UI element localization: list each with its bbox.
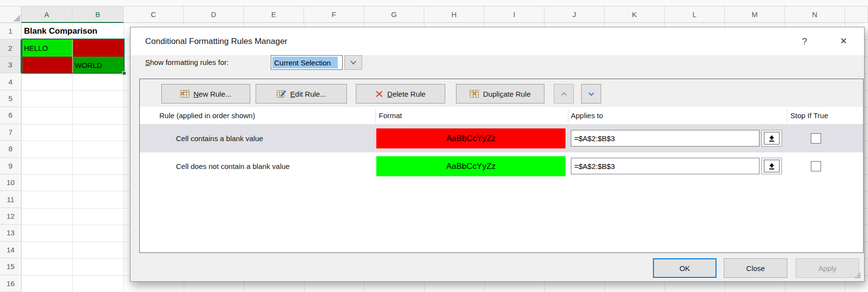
conditional-formatting-rules-manager-dialog: Conditional Formatting Rules Manager ? ✕…	[130, 27, 865, 282]
rules-list-header: Rule (applied in order shown) Format App…	[140, 107, 863, 125]
rule-row-blank[interactable]: Cell contains a blank value AaBbCcYyZz	[140, 125, 863, 152]
delete-rule-label: Delete Rule	[387, 90, 425, 98]
header-divider	[375, 109, 376, 123]
collapse-dialog-icon	[768, 135, 776, 142]
rule-name: Cell does not contain a blank value	[176, 152, 290, 180]
applies-to-input[interactable]	[571, 158, 760, 174]
show-rules-label: Show formatting rules for:	[145, 58, 229, 66]
column-header-c[interactable]: C	[124, 6, 184, 23]
edit-rule-label: Edit Rule...	[290, 90, 326, 98]
row-header-7[interactable]: 7	[0, 124, 22, 141]
duplicate-rule-label: Duplicate Rule	[483, 90, 531, 98]
delete-x-icon	[375, 90, 383, 98]
column-header-i[interactable]: I	[484, 6, 544, 23]
row-header-10[interactable]: 10	[0, 174, 22, 191]
dialog-title-bar: Conditional Formatting Rules Manager ? ✕	[130, 27, 864, 55]
header-divider	[787, 109, 787, 123]
help-button[interactable]: ?	[797, 27, 812, 55]
column-header-m[interactable]: M	[725, 6, 785, 23]
header-stop-if-true: Stop If True	[790, 107, 828, 125]
chevron-down-icon	[349, 59, 357, 66]
row-header-4[interactable]: 4	[0, 73, 22, 90]
selection-outline	[22, 39, 125, 74]
format-preview: AaBbCcYyZz	[376, 128, 565, 148]
header-applies-to: Applies to	[571, 107, 603, 125]
header-format: Format	[379, 107, 402, 125]
column-header-j[interactable]: J	[544, 6, 605, 23]
ok-button[interactable]: OK	[653, 258, 716, 278]
row-header-3[interactable]: 3	[0, 57, 22, 73]
move-rule-down-button[interactable]	[581, 84, 601, 104]
duplicate-table-icon	[470, 90, 479, 98]
row-header-12[interactable]: 12	[0, 208, 22, 225]
chevron-down-icon	[587, 91, 595, 97]
row-header-5[interactable]: 5	[0, 90, 22, 107]
header-divider	[568, 109, 568, 123]
column-header-n[interactable]: N	[785, 6, 845, 23]
column-header-f[interactable]: F	[304, 6, 364, 23]
column-header-a[interactable]: A	[22, 6, 72, 23]
delete-rule-button[interactable]: Delete Rule	[356, 84, 445, 104]
collapse-dialog-button[interactable]	[761, 130, 782, 146]
row-header-16[interactable]: 16	[0, 275, 22, 292]
column-header-g[interactable]: G	[364, 6, 424, 23]
stop-if-true-checkbox[interactable]	[811, 133, 821, 144]
move-rule-up-button[interactable]	[554, 84, 574, 104]
dropdown-selected-value: Current Selection	[272, 57, 338, 68]
chevron-up-icon	[560, 91, 568, 97]
header-rule: Rule (applied in order shown)	[159, 107, 255, 125]
edit-rule-button[interactable]: Edit Rule...	[256, 84, 347, 104]
row-header-14[interactable]: 14	[0, 242, 22, 258]
rules-list-box: New Rule... Edit Rule...	[139, 79, 864, 253]
collapse-dialog-button[interactable]	[761, 158, 782, 174]
rule-name: Cell contains a blank value	[176, 125, 263, 152]
fill-handle[interactable]	[122, 71, 126, 75]
column-header-e[interactable]: E	[244, 6, 304, 23]
dropdown-chevron-button[interactable]	[345, 55, 362, 70]
column-header-k[interactable]: K	[605, 6, 665, 23]
collapse-dialog-icon	[768, 163, 776, 170]
row-header-8[interactable]: 8	[0, 141, 22, 157]
edit-table-icon	[277, 90, 286, 98]
show-rules-dropdown[interactable]: Current Selection	[271, 55, 343, 70]
format-preview: AaBbCcYyZz	[376, 156, 565, 176]
row-header-15[interactable]: 15	[0, 258, 22, 275]
row-header-6[interactable]: 6	[0, 107, 22, 124]
rules-toolbar: New Rule... Edit Rule...	[140, 79, 863, 107]
new-rule-button[interactable]: New Rule...	[161, 84, 250, 104]
stop-if-true-checkbox[interactable]	[811, 161, 821, 171]
row-header-9[interactable]: 9	[0, 158, 22, 174]
apply-button[interactable]: Apply	[796, 258, 859, 278]
applies-to-input[interactable]	[571, 130, 760, 146]
dialog-title: Conditional Formatting Rules Manager	[145, 27, 287, 55]
excel-window: Blank Comparison HELLO WORLD ABCDEFGHIJK…	[0, 0, 868, 292]
formula-bar-edge	[0, 0, 868, 6]
rule-row-not-blank[interactable]: Cell does not contain a blank value AaBb…	[140, 152, 863, 180]
close-button[interactable]: Close	[724, 258, 787, 278]
resize-grip[interactable]	[854, 271, 861, 279]
row-header-13[interactable]: 13	[0, 225, 22, 241]
column-header-d[interactable]: D	[184, 6, 244, 23]
column-header-b[interactable]: B	[72, 6, 124, 23]
table-icon	[180, 90, 190, 98]
show-rules-accel: S	[145, 58, 150, 66]
select-all-corner[interactable]	[0, 6, 22, 23]
column-header-partial[interactable]	[845, 6, 868, 23]
row-header-2[interactable]: 2	[0, 40, 22, 56]
cell-a1[interactable]: Blank Comparison	[22, 23, 139, 40]
show-rules-rest: how formatting rules for:	[150, 58, 229, 66]
row-header-11[interactable]: 11	[0, 191, 22, 208]
row-header-1[interactable]: 1	[0, 23, 22, 40]
column-header-h[interactable]: H	[424, 6, 484, 23]
close-icon[interactable]: ✕	[836, 27, 851, 55]
column-header-l[interactable]: L	[665, 6, 725, 23]
new-rule-label: New Rule...	[194, 90, 232, 98]
duplicate-rule-button[interactable]: Duplicate Rule	[456, 84, 544, 104]
